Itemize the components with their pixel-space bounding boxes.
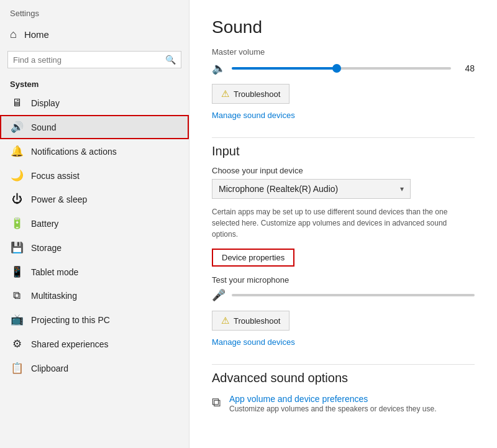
sidebar-item-display[interactable]: 🖥 Display [0, 91, 189, 115]
sidebar-item-sound[interactable]: 🔊 Sound [0, 115, 189, 139]
page-title: Sound [212, 17, 475, 37]
sidebar-item-notifications[interactable]: 🔔 Notifications & actions [0, 139, 189, 163]
sidebar: Settings ⌂ Home 🔍 System 🖥 Display 🔊 Sou… [0, 0, 189, 448]
storage-icon: 💾 [10, 241, 24, 254]
slider-fill [232, 67, 337, 70]
search-box[interactable]: 🔍 [7, 51, 181, 68]
volume-icon: 🔈 [212, 62, 226, 75]
sidebar-item-label: Clipboard [31, 363, 68, 373]
input-device-dropdown[interactable]: Microphone (Realtek(R) Audio) ▾ [212, 179, 411, 199]
test-mic-label: Test your microphone [212, 275, 475, 285]
device-properties-button[interactable]: Device properties [212, 249, 294, 267]
main-content: Sound Master volume 🔈 48 ⚠ Troubleshoot … [189, 0, 497, 448]
volume-slider[interactable] [232, 62, 451, 75]
sidebar-item-shared[interactable]: ⚙ Shared experiences [0, 332, 189, 356]
input-device-value: Microphone (Realtek(R) Audio) [219, 184, 338, 194]
troubleshoot-button-2[interactable]: ⚠ Troubleshoot [212, 311, 290, 331]
troubleshoot-button[interactable]: ⚠ Troubleshoot [212, 84, 290, 104]
sidebar-item-focus[interactable]: 🌙 Focus assist [0, 163, 189, 188]
app-title: Settings [0, 0, 189, 22]
sidebar-item-label: Multitasking [31, 291, 77, 301]
sidebar-item-tablet[interactable]: 📱 Tablet mode [0, 260, 189, 284]
warning-icon: ⚠ [221, 88, 229, 99]
slider-thumb[interactable] [332, 64, 341, 73]
advanced-title: Advanced sound options [212, 371, 475, 385]
input-device-label: Choose your input device [212, 166, 475, 175]
mic-level-track [232, 294, 475, 296]
warning-icon-2: ⚠ [221, 315, 229, 326]
sidebar-item-label: Display [31, 98, 60, 108]
battery-icon: 🔋 [10, 217, 24, 230]
troubleshoot-label: Troubleshoot [234, 89, 280, 99]
advanced-item-name[interactable]: App volume and device preferences [229, 394, 437, 404]
sidebar-item-multitasking[interactable]: ⧉ Multitasking [0, 284, 189, 308]
troubleshoot-label-2: Troubleshoot [234, 316, 280, 326]
manage-devices-link-2[interactable]: Manage sound devices [212, 337, 295, 347]
power-icon: ⏻ [10, 193, 24, 206]
sidebar-item-label: Tablet mode [31, 267, 78, 277]
input-section-title: Input [212, 144, 475, 158]
divider [212, 137, 475, 138]
home-nav-item[interactable]: ⌂ Home [0, 22, 189, 47]
sidebar-item-label: Power & sleep [31, 194, 87, 204]
display-icon: 🖥 [10, 97, 24, 109]
sidebar-item-power[interactable]: ⏻ Power & sleep [0, 188, 189, 211]
sidebar-item-battery[interactable]: 🔋 Battery [0, 211, 189, 235]
sidebar-item-label: Projecting to this PC [31, 315, 110, 325]
advanced-item-icon: ⧉ [212, 395, 221, 409]
sidebar-item-label: Sound [31, 122, 56, 132]
home-icon: ⌂ [10, 28, 17, 41]
shared-icon: ⚙ [10, 337, 24, 350]
sidebar-item-label: Focus assist [31, 171, 80, 181]
mic-row: 🎤 [212, 288, 475, 302]
manage-devices-link[interactable]: Manage sound devices [212, 111, 295, 120]
volume-value: 48 [457, 63, 475, 73]
sidebar-item-label: Notifications & actions [31, 147, 117, 157]
projecting-icon: 📺 [10, 313, 24, 326]
tablet-icon: 📱 [10, 265, 24, 278]
volume-row: 🔈 48 [212, 62, 475, 75]
sound-icon: 🔊 [10, 121, 24, 134]
advanced-item: ⧉ App volume and device preferences Cust… [212, 394, 475, 414]
microphone-icon: 🎤 [212, 288, 226, 302]
sidebar-item-label: Storage [31, 243, 62, 253]
sidebar-item-storage[interactable]: 💾 Storage [0, 235, 189, 260]
search-icon: 🔍 [165, 55, 176, 65]
sidebar-item-clipboard[interactable]: 📋 Clipboard [0, 356, 189, 380]
multitasking-icon: ⧉ [10, 290, 24, 302]
chevron-down-icon: ▾ [400, 185, 404, 193]
slider-track [232, 67, 451, 70]
advanced-item-desc: Customize app volumes and the speakers o… [229, 404, 437, 414]
sidebar-item-label: Battery [31, 219, 58, 229]
info-text: Certain apps may be set up to use differ… [212, 206, 473, 240]
divider-2 [212, 364, 475, 365]
system-section-label: System [0, 75, 189, 91]
search-input[interactable] [13, 55, 163, 65]
focus-icon: 🌙 [10, 169, 24, 182]
sidebar-item-projecting[interactable]: 📺 Projecting to this PC [0, 308, 189, 332]
notifications-icon: 🔔 [10, 145, 24, 158]
master-volume-label: Master volume [212, 47, 475, 57]
clipboard-icon: 📋 [10, 362, 24, 375]
home-label: Home [24, 29, 49, 40]
sidebar-item-label: Shared experiences [31, 339, 109, 349]
